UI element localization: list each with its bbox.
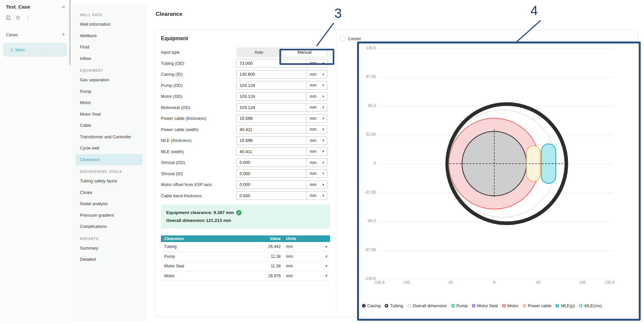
field-row: Motor (OD) 103.124 mm ▼ (161, 91, 330, 102)
nav-section-header: REPORTS (72, 237, 147, 241)
chevron-down-icon: ▼ (322, 161, 325, 164)
value-input[interactable]: 15.596 (236, 114, 306, 123)
unit-value: mm (310, 127, 317, 132)
field-row: Power cable (thickness) 15.596 mm ▼ (161, 113, 330, 124)
row-name: Motor (161, 274, 261, 278)
add-case-button[interactable]: + (62, 31, 65, 38)
unit-select[interactable]: mm ▼ (306, 92, 327, 101)
field-label: Motorseal (OD) (161, 105, 236, 110)
value-input[interactable]: 0.000 (236, 180, 306, 189)
nav-section-header: EQUIPMENT (72, 69, 147, 72)
auto-button[interactable]: Auto (236, 47, 281, 57)
row-expand-icon[interactable]: ▼ (317, 264, 330, 268)
sidebar-item-pressure-gradient[interactable]: Pressure gradient (75, 210, 142, 221)
nav-section-header: WELL DATA (72, 13, 147, 17)
unit-select[interactable]: mm ▼ (306, 180, 327, 189)
field-row: Cable band thickness 0.500 mm ▼ (161, 190, 330, 202)
save-icon[interactable] (5, 15, 11, 22)
value-input[interactable]: 0.000 (236, 169, 306, 178)
field-label: Cable band thickness (161, 193, 236, 198)
unit-value: mm (310, 160, 317, 165)
case-item-main[interactable]: 1. Main (3, 43, 67, 57)
sidebar-item-wellbore[interactable]: Wellbore (75, 30, 142, 42)
center-checkbox[interactable] (340, 36, 345, 41)
value-input[interactable]: 130.600 (236, 70, 306, 79)
unit-value: mm (310, 138, 317, 143)
value-input[interactable]: 15.596 (236, 136, 306, 145)
sidebar-item-choke[interactable]: Choke (75, 187, 142, 199)
gear-icon[interactable]: ⚙ (15, 15, 20, 21)
field-row: Motorseal (OD) 103.124 mm ▼ (161, 102, 330, 113)
sidebar-item-nodal-analysis[interactable]: Nodal analysis (75, 198, 142, 210)
sidebar-item-summary[interactable]: Summary (75, 243, 142, 254)
unit-select[interactable]: mm ▼ (306, 147, 327, 156)
row-name: Motor Seal (161, 264, 261, 268)
sidebar-item-pump[interactable]: Pump (75, 86, 142, 97)
field-row: Shroud (ID) 0.000 mm ▼ (161, 168, 330, 179)
annotation-number-3: 3 (334, 6, 342, 21)
field-label: Power cable (width) (161, 127, 236, 132)
sidebar-item-complications[interactable]: Complications (75, 221, 142, 232)
annotation-box-3 (279, 49, 334, 65)
case-title: Test_Case (6, 4, 30, 10)
chevron-down-icon: ▼ (322, 139, 325, 142)
unit-select[interactable]: mm ▼ (306, 125, 327, 134)
clearance-table: Clearance Value Units Tubing 26.442 mm ▼… (161, 235, 330, 281)
value-input[interactable]: 103.124 (236, 92, 306, 101)
value-input[interactable]: 103.124 (236, 103, 306, 112)
row-expand-icon[interactable]: ▼ (317, 255, 330, 258)
unit-select[interactable]: mm ▼ (306, 158, 327, 167)
chevron-down-icon: ▼ (322, 172, 325, 175)
value-input[interactable]: 103.124 (236, 81, 306, 90)
equipment-heading: Equipment (161, 36, 330, 41)
row-name: Pump (161, 254, 261, 259)
unit-select[interactable]: mm ▼ (306, 114, 327, 123)
header-clearance: Clearance (161, 236, 261, 241)
chevron-down-icon: ▼ (322, 128, 325, 131)
sidebar-item-fluid[interactable]: Fluid (75, 41, 142, 53)
sidebar-item-inflow[interactable]: Inflow (75, 53, 142, 65)
value-input[interactable]: 0.500 (236, 191, 306, 200)
sidebar-item-motor-seal[interactable]: Motor Seal (75, 109, 142, 120)
field-row: MLE (thickness) 15.596 mm ▼ (161, 135, 330, 146)
table-row: Tubing 26.442 mm ▼ (161, 242, 330, 252)
row-unit: mm (281, 274, 317, 278)
unit-select[interactable]: mm ▼ (306, 191, 327, 200)
unit-value: mm (310, 83, 317, 88)
kebab-menu-icon[interactable]: ⋮ (25, 15, 31, 21)
field-label: MLE (thickness) (161, 138, 236, 143)
unit-value: mm (310, 94, 317, 99)
collapse-panel-icon[interactable]: « (62, 3, 65, 10)
unit-select[interactable]: mm ▼ (306, 136, 327, 145)
table-row: Motor Seal 11.38 mm ▼ (161, 261, 330, 271)
equipment-clearance-text: Equipment clearance: 9.387 mm (166, 209, 234, 217)
sidebar-item-detailed[interactable]: Detailed (75, 254, 142, 265)
value-input[interactable]: 40.411 (236, 147, 306, 156)
overall-dimension-text: Overall dimension 121.213 mm (166, 217, 231, 225)
unit-select[interactable]: mm ▼ (306, 169, 327, 178)
chevron-down-icon: ▼ (322, 73, 325, 76)
field-label: MLE (width) (161, 149, 236, 154)
sidebar-item-well-information[interactable]: Well information (75, 19, 142, 30)
sidebar-item-transformer-and-controller[interactable]: Transformer and Controller (75, 131, 142, 143)
value-input[interactable]: 40.411 (236, 125, 306, 134)
field-rows: Tubing (OD) 73.000 mm ▼ Casing (ID) (161, 58, 330, 202)
unit-select[interactable]: mm ▼ (306, 81, 327, 90)
input-type-label: Input type (161, 50, 236, 55)
sidebar-item-clearance[interactable]: Clearance (75, 154, 142, 166)
sidebar-item-cable[interactable]: Cable (75, 120, 142, 131)
scrollbar[interactable] (69, 0, 71, 65)
unit-select[interactable]: mm ▼ (306, 103, 327, 112)
sidebar-item-motor[interactable]: Motor (75, 97, 142, 109)
sidebar-item-gas-separation[interactable]: Gas separation (75, 74, 142, 86)
sidebar-item-cycle-well[interactable]: Cycle well (75, 143, 142, 154)
field-label: Pump (OD) (161, 83, 236, 88)
unit-value: mm (310, 105, 317, 110)
sidebar-item-tubing-safety-factor[interactable]: Tubing safety factor (75, 176, 142, 187)
unit-select[interactable]: mm ▼ (306, 70, 327, 79)
equipment-form: Equipment Input type Auto Manual Tubing … (161, 33, 330, 281)
row-expand-icon[interactable]: ▼ (317, 245, 330, 249)
row-expand-icon[interactable]: ▼ (317, 274, 330, 278)
value-input[interactable]: 0.000 (236, 158, 306, 167)
field-label: Motor (OD) (161, 94, 236, 99)
